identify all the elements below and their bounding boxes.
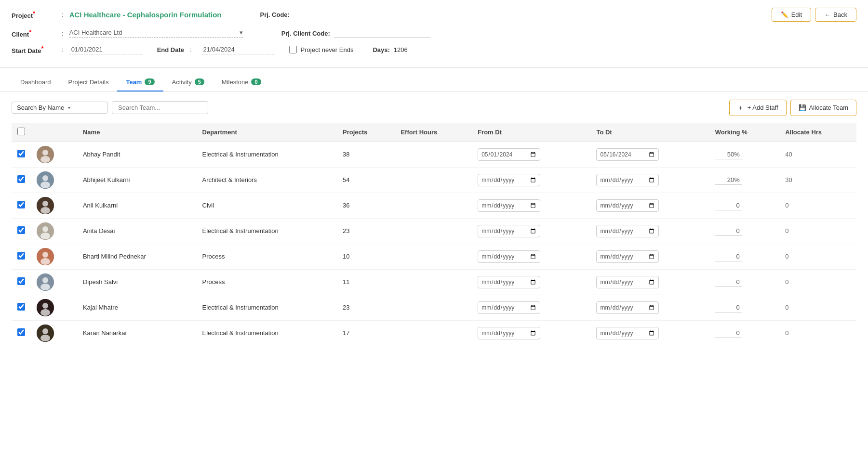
row-effort-hours [395, 320, 472, 346]
row-department: Civil [197, 193, 337, 218]
tab-project-details[interactable]: Project Details [60, 74, 118, 91]
select-all-checkbox[interactable] [17, 128, 25, 135]
row-working-pct[interactable] [715, 328, 742, 338]
svg-point-13 [42, 252, 48, 258]
row-checkbox[interactable] [17, 150, 25, 157]
row-projects: 10 [337, 244, 395, 269]
search-input[interactable] [112, 101, 208, 114]
row-allocate-hrs: 30 [779, 167, 856, 193]
table-row: Anita DesaiElectrical & Instrumentation2… [12, 218, 856, 244]
row-checkbox[interactable] [17, 277, 25, 285]
row-working-pct[interactable] [715, 201, 742, 210]
row-working-pct[interactable] [715, 150, 742, 159]
milestone-badge: 0 [251, 78, 261, 85]
row-checkbox[interactable] [17, 175, 25, 183]
search-by-dropdown[interactable]: Search By Name ▾ [12, 102, 108, 114]
working-pct-header: Working % [709, 123, 779, 142]
avatar [37, 325, 54, 342]
row-checkbox[interactable] [17, 252, 25, 260]
tab-dashboard[interactable]: Dashboard [12, 74, 60, 91]
row-projects: 36 [337, 193, 395, 218]
row-from-dt[interactable] [478, 276, 540, 288]
row-from-dt[interactable] [478, 327, 540, 339]
search-by-label: Search By Name [17, 104, 64, 111]
back-button[interactable]: ← Back [815, 8, 856, 22]
svg-point-23 [40, 335, 50, 341]
row-from-dt[interactable] [478, 301, 540, 314]
row-allocate-hrs: 0 [779, 320, 856, 346]
prj-code-label: Prj. Code: [260, 11, 290, 18]
row-department: Process [197, 269, 337, 295]
svg-point-17 [40, 284, 50, 290]
row-department: Process [197, 244, 337, 269]
select-all-header[interactable] [12, 123, 31, 142]
row-to-dt[interactable] [596, 225, 659, 237]
row-to-dt[interactable] [596, 250, 659, 263]
edit-button[interactable]: ✏️ Edit [772, 8, 811, 22]
row-from-dt[interactable] [478, 225, 540, 237]
svg-point-11 [40, 233, 50, 239]
avatar [37, 197, 54, 214]
table-row: Dipesh SalviProcess110 [12, 269, 856, 295]
row-to-dt[interactable] [596, 276, 659, 288]
row-checkbox[interactable] [17, 328, 25, 336]
row-projects: 11 [337, 269, 395, 295]
svg-point-14 [40, 258, 50, 265]
back-icon: ← [824, 11, 830, 18]
row-to-dt[interactable] [596, 148, 659, 161]
tab-activity[interactable]: Activity 5 [163, 74, 213, 91]
client-dropdown-icon: ▾ [240, 29, 243, 36]
row-working-pct[interactable] [715, 226, 742, 236]
row-from-dt[interactable] [478, 148, 540, 161]
row-effort-hours [395, 167, 472, 193]
project-never-ends-checkbox[interactable] [289, 46, 297, 53]
row-allocate-hrs: 0 [779, 295, 856, 320]
row-to-dt[interactable] [596, 301, 659, 314]
row-effort-hours [395, 193, 472, 218]
row-name: Anita Desai [77, 218, 197, 244]
avatar-header [31, 123, 77, 142]
client-value: ACI Healthcare Ltd [69, 29, 240, 36]
row-checkbox[interactable] [17, 226, 25, 234]
prj-code-value [294, 11, 390, 19]
prj-client-code-value [334, 29, 430, 38]
row-department: Electrical & Instrumentation [197, 218, 337, 244]
row-from-dt[interactable] [478, 174, 540, 186]
start-date-value: 01/01/2021 [69, 45, 142, 54]
svg-point-8 [40, 207, 50, 214]
row-to-dt[interactable] [596, 199, 659, 212]
svg-point-20 [40, 309, 50, 316]
row-checkbox[interactable] [17, 303, 25, 311]
row-from-dt[interactable] [478, 199, 540, 212]
tab-milestone[interactable]: Milestone 0 [213, 74, 270, 91]
row-working-pct[interactable] [715, 277, 742, 287]
client-label: Client* [12, 28, 60, 38]
row-working-pct[interactable] [715, 303, 742, 312]
add-icon: ＋ [737, 104, 744, 112]
add-staff-button[interactable]: ＋ + Add Staff [729, 100, 787, 116]
row-checkbox[interactable] [17, 201, 25, 208]
department-header: Department [197, 123, 337, 142]
row-effort-hours [395, 295, 472, 320]
row-projects: 23 [337, 295, 395, 320]
allocate-hrs-header: Allocate Hrs [779, 123, 856, 142]
row-projects: 17 [337, 320, 395, 346]
row-effort-hours [395, 269, 472, 295]
from-dt-header: From Dt [472, 123, 590, 142]
row-allocate-hrs: 0 [779, 269, 856, 295]
avatar [37, 146, 54, 163]
row-working-pct[interactable] [715, 252, 742, 261]
row-allocate-hrs: 0 [779, 218, 856, 244]
row-to-dt[interactable] [596, 174, 659, 186]
row-from-dt[interactable] [478, 250, 540, 263]
tab-team[interactable]: Team 9 [117, 74, 163, 91]
row-to-dt[interactable] [596, 327, 659, 339]
row-effort-hours [395, 142, 472, 167]
svg-point-1 [42, 150, 48, 156]
row-department: Architect & Interiors [197, 167, 337, 193]
row-department: Electrical & Instrumentation [197, 142, 337, 167]
allocate-team-button[interactable]: 💾 Allocate Team [790, 100, 856, 116]
row-working-pct[interactable] [715, 175, 742, 185]
prj-client-code-label: Prj. Client Code: [281, 30, 330, 37]
table-row: Abhay PanditElectrical & Instrumentation… [12, 142, 856, 167]
